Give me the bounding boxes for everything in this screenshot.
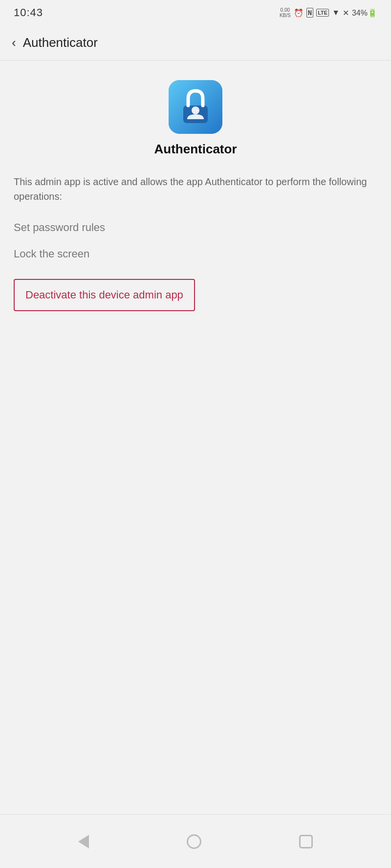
home-nav-icon (187, 834, 201, 849)
back-nav-button[interactable] (73, 830, 94, 853)
home-nav-button[interactable] (182, 829, 206, 854)
main-content: Authenticator This admin app is active a… (0, 61, 391, 814)
app-icon (169, 80, 222, 134)
deactivate-button-label: Deactivate this device admin app (25, 289, 183, 301)
permission-item-lock: Lock the screen (14, 248, 377, 260)
lte-icon: LTE (316, 9, 329, 17)
back-arrow-icon: ‹ (12, 35, 16, 50)
app-icon-area: Authenticator (14, 80, 377, 157)
nav-bar (0, 814, 391, 868)
wifi-icon: ▼ (332, 8, 340, 17)
app-name: Authenticator (154, 142, 237, 157)
authenticator-icon-svg (169, 80, 222, 134)
back-button[interactable]: ‹ Authenticator (10, 31, 100, 54)
status-time: 10:43 (14, 6, 43, 19)
description-text: This admin app is active and allows the … (14, 174, 377, 204)
deactivate-button[interactable]: Deactivate this device admin app (14, 279, 195, 311)
back-nav-icon (78, 835, 89, 848)
battery-icon: 34%🔋 (352, 8, 377, 18)
signal-icon: ✕ (343, 8, 349, 18)
data-speed-indicator: 0.00 KB/S (280, 7, 291, 18)
recents-nav-button[interactable] (294, 830, 318, 853)
permission-item-password: Set password rules (14, 221, 377, 234)
status-bar: 10:43 0.00 KB/S ⏰ N LTE ▼ ✕ 34%🔋 (0, 0, 391, 25)
recents-nav-icon (299, 835, 313, 848)
clock-icon: ⏰ (294, 8, 304, 18)
status-icons: 0.00 KB/S ⏰ N LTE ▼ ✕ 34%🔋 (280, 7, 377, 18)
top-bar: ‹ Authenticator (0, 25, 391, 61)
svg-point-2 (192, 106, 199, 114)
nfc-icon: N (306, 8, 313, 18)
page-title: Authenticator (23, 35, 98, 50)
